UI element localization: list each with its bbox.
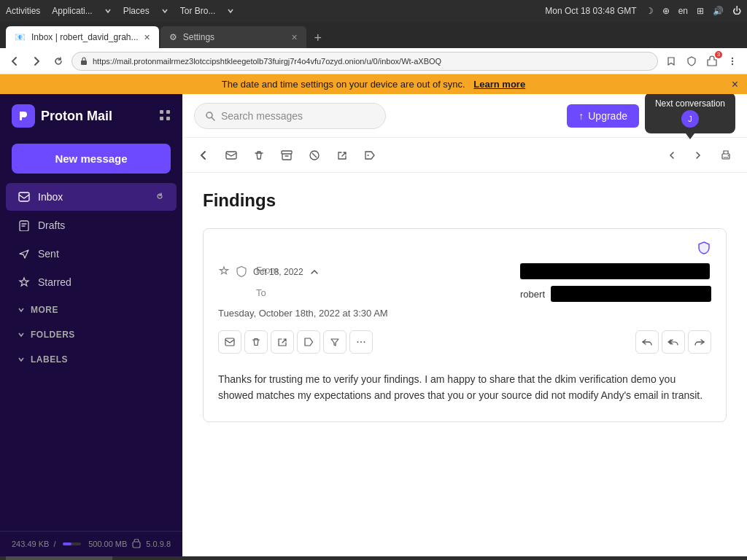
svg-rect-11 — [133, 542, 140, 548]
collapse-email-button[interactable] — [309, 263, 320, 281]
mark-read-button[interactable] — [219, 143, 244, 168]
sidebar-section-labels[interactable]: LABELS — [6, 349, 177, 370]
svg-point-3 — [732, 63, 733, 64]
email-card: From Oct 18, 2022 — [203, 228, 727, 422]
svg-rect-0 — [81, 61, 87, 65]
sidebar-item-inbox[interactable]: Inbox — [6, 183, 177, 211]
search-bar[interactable]: Search messages — [194, 103, 386, 129]
extension-button[interactable]: 3 — [703, 52, 721, 70]
sidebar-item-starred[interactable]: Starred — [6, 268, 177, 296]
inbox-taskbar-item[interactable]: Inbox | robert_david_graham@pr... — [118, 556, 279, 560]
system-icon-3: ⊞ — [697, 6, 704, 16]
delete-button[interactable] — [247, 143, 271, 168]
system-icon-2: ⊕ — [662, 6, 670, 16]
email-nav-arrows — [659, 143, 711, 168]
svg-point-18 — [728, 155, 729, 156]
sidebar-item-drafts[interactable]: Drafts — [6, 211, 177, 239]
tab-inbox[interactable]: 📧 Inbox | robert_david_grah... × — [6, 26, 159, 48]
system-icon-1: ☽ — [646, 6, 654, 16]
inline-delete-button[interactable] — [244, 330, 268, 354]
more-expand-icon — [18, 306, 25, 314]
tab-inbox-close[interactable]: × — [144, 31, 150, 43]
spam-button[interactable] — [302, 143, 327, 168]
shield-button[interactable] — [683, 52, 700, 70]
tab-settings-label: Settings — [183, 32, 214, 42]
reply-button[interactable] — [635, 330, 659, 354]
settings-taskbar-item[interactable]: Settings — [286, 556, 344, 560]
inline-move-button[interactable] — [271, 330, 294, 354]
proton-logo-icon — [12, 104, 35, 128]
tab-settings[interactable]: ⚙ Settings × — [160, 26, 306, 48]
activities-menu[interactable]: Activities — [6, 6, 40, 16]
back-to-list-button[interactable] — [191, 143, 216, 168]
browser-tabs-bar: 📧 Inbox | robert_david_grah... × ⚙ Setti… — [0, 22, 747, 48]
next-email-button[interactable] — [686, 143, 711, 168]
alert-banner: The date and time settings on your devic… — [0, 74, 747, 94]
to-value: robert — [520, 286, 711, 302]
labels-expand-icon — [18, 356, 25, 363]
language-indicator: en — [678, 6, 688, 16]
upgrade-label: Upgrade — [588, 110, 627, 122]
inline-more-button[interactable]: ··· — [349, 330, 373, 354]
menu-button[interactable] — [724, 52, 741, 70]
applications-menu[interactable]: Applicati... — [52, 6, 92, 16]
reply-all-button[interactable] — [662, 330, 685, 354]
browser-forward-button[interactable] — [28, 52, 45, 70]
drafts-icon — [18, 219, 31, 232]
storage-icon — [131, 539, 142, 549]
proton-logo-text: Proton Mail — [41, 109, 112, 124]
sidebar: Proton Mail New message Inbox — [0, 94, 182, 556]
email-timestamp: Oct 18, 2022 — [253, 267, 303, 277]
tab-inbox-label: Inbox | robert_david_grah... — [31, 32, 139, 42]
email-content-area: Findings From — [182, 173, 747, 556]
bookmark-button[interactable] — [662, 52, 680, 70]
inline-label-button[interactable] — [297, 330, 320, 354]
svg-point-12 — [206, 112, 212, 118]
storage-separator: / — [53, 540, 55, 548]
forward-button[interactable] — [688, 330, 711, 354]
alert-close-button[interactable]: × — [732, 78, 738, 91]
folders-expand-icon — [18, 331, 25, 338]
tab-settings-close[interactable]: × — [292, 31, 298, 43]
grid-icon[interactable] — [159, 109, 171, 123]
sidebar-item-sent-label: Sent — [38, 248, 165, 260]
new-message-button[interactable]: New message — [12, 144, 171, 174]
sidebar-section-folders[interactable]: FOLDERS — [6, 324, 177, 346]
move-button[interactable] — [330, 143, 355, 168]
print-button[interactable] — [713, 143, 738, 168]
proton-logo[interactable]: Proton Mail — [12, 104, 112, 128]
version-text: 5.0.9.8 — [146, 540, 171, 548]
main-content: Search messages ↑ Upgrade Next conversat… — [182, 94, 747, 556]
upgrade-button[interactable]: ↑ Upgrade — [567, 104, 639, 128]
browser-refresh-button[interactable] — [50, 52, 67, 70]
next-conversation-tooltip[interactable]: Next conversation J — [645, 94, 735, 133]
browser-back-button[interactable] — [6, 52, 23, 70]
inbox-icon — [18, 190, 31, 203]
inbox-refresh-icon[interactable] — [155, 191, 165, 203]
url-bar[interactable]: https://mail.protonmailrmez3lotccipshtkl… — [71, 52, 658, 71]
places-menu[interactable]: Places — [123, 6, 150, 16]
taskbar-bottom: Tails — Tor Browser Inbox | robert_david… — [0, 556, 747, 560]
svg-rect-17 — [722, 154, 729, 159]
sidebar-item-sent[interactable]: Sent — [6, 240, 177, 268]
svg-rect-5 — [160, 110, 163, 114]
inline-mark-button[interactable] — [218, 330, 241, 354]
alert-learn-more-link[interactable]: Learn more — [473, 79, 525, 90]
inline-filter-button[interactable] — [323, 330, 347, 354]
archive-button[interactable] — [274, 143, 299, 168]
tails-taskbar-item[interactable]: Tails — Tor Browser — [6, 556, 112, 560]
proton-p-icon — [16, 109, 31, 123]
app-container: Proton Mail New message Inbox — [0, 94, 747, 556]
lock-icon — [80, 57, 88, 66]
sidebar-section-more[interactable]: MORE — [6, 299, 177, 321]
security-badge-row — [218, 241, 711, 257]
tor-browser-menu[interactable]: Tor Bro... — [180, 6, 216, 16]
new-tab-button[interactable]: + — [308, 28, 328, 48]
previous-email-button[interactable] — [659, 143, 684, 168]
browser-nav-bar: https://mail.protonmailrmez3lotccipshtkl… — [0, 48, 747, 74]
star-email-button[interactable] — [218, 265, 230, 279]
email-inline-actions: ··· — [218, 330, 711, 354]
label-button[interactable] — [357, 143, 382, 168]
url-text: https://mail.protonmailrmez3lotccipshtkl… — [93, 57, 441, 66]
power-icon[interactable]: ⏻ — [732, 6, 741, 16]
